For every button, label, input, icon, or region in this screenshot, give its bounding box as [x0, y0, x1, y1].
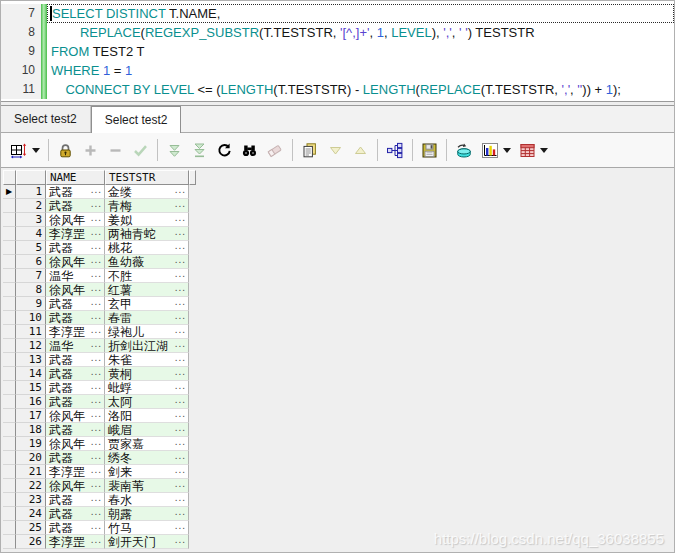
cell-test[interactable]: 绿袍儿... [105, 325, 189, 339]
cell-name[interactable]: 武器... [46, 451, 105, 465]
cell-test[interactable]: 两袖青蛇... [105, 227, 189, 241]
cell-test[interactable]: 贾家嘉... [105, 437, 189, 451]
code-text[interactable]: WHERE 1 = 1 [47, 61, 674, 80]
cell-name[interactable]: 武器... [46, 423, 105, 437]
ellipsis-button[interactable]: ... [91, 213, 102, 225]
row-number[interactable]: 2 [16, 199, 46, 213]
row-number[interactable]: 17 [16, 409, 46, 423]
table-row[interactable]: 24武器...朝露... [3, 507, 196, 521]
ellipsis-button[interactable]: ... [175, 395, 186, 407]
cell-name[interactable]: 李淳罡... [46, 227, 105, 241]
table-row[interactable]: 18武器...峨眉... [3, 423, 196, 437]
cell-name[interactable]: 徐风年... [46, 283, 105, 297]
ellipsis-button[interactable]: ... [91, 255, 102, 267]
ellipsis-button[interactable]: ... [175, 367, 186, 379]
table-row[interactable]: 7温华...不胜... [3, 269, 196, 283]
table-row[interactable]: 10武器...春雷... [3, 311, 196, 325]
row-number[interactable]: 21 [16, 465, 46, 479]
ellipsis-button[interactable]: ... [175, 199, 186, 211]
cell-name[interactable]: 温华... [46, 339, 105, 353]
cell-name[interactable]: 徐风年... [46, 213, 105, 227]
ellipsis-button[interactable]: ... [91, 451, 102, 463]
cell-name[interactable]: 武器... [46, 367, 105, 381]
tree-view-button[interactable] [382, 136, 408, 164]
ellipsis-button[interactable]: ... [91, 409, 102, 421]
cell-test[interactable]: 绣冬... [105, 451, 189, 465]
ellipsis-button[interactable]: ... [175, 283, 186, 295]
dropdown-caret-icon[interactable] [503, 148, 511, 153]
code-text[interactable]: FROM TEST2 T [47, 42, 674, 61]
ellipsis-button[interactable]: ... [175, 185, 186, 197]
ellipsis-button[interactable]: ... [175, 269, 186, 281]
find-button[interactable] [237, 136, 262, 164]
row-number[interactable]: 13 [16, 353, 46, 367]
ellipsis-button[interactable]: ... [91, 227, 102, 239]
cell-test[interactable]: 峨眉... [105, 423, 189, 437]
cell-name[interactable]: 武器... [46, 521, 105, 535]
cell-name[interactable]: 武器... [46, 297, 105, 311]
cell-name[interactable]: 武器... [46, 493, 105, 507]
table-row[interactable]: 16武器...太阿... [3, 395, 196, 409]
ellipsis-button[interactable]: ... [175, 353, 186, 365]
table-row[interactable]: 12温华...折剑出江湖... [3, 339, 196, 353]
row-number[interactable]: 18 [16, 423, 46, 437]
lock-button[interactable] [53, 136, 78, 164]
cell-test[interactable]: 不胜... [105, 269, 189, 283]
cell-test[interactable]: 青梅... [105, 199, 189, 213]
cell-test[interactable]: 竹马... [105, 521, 189, 535]
row-number[interactable]: 19 [16, 437, 46, 451]
export-data-button[interactable] [451, 136, 477, 164]
ellipsis-button[interactable]: ... [91, 269, 102, 281]
cell-test[interactable]: 姜姒... [105, 213, 189, 227]
ellipsis-button[interactable]: ... [175, 465, 186, 477]
table-row[interactable]: 26李淳罡...剑开天门... [3, 535, 196, 549]
ellipsis-button[interactable]: ... [91, 381, 102, 393]
cell-test[interactable]: 黄桐... [105, 367, 189, 381]
ellipsis-button[interactable]: ... [91, 199, 102, 211]
ellipsis-button[interactable]: ... [91, 535, 102, 547]
cell-test[interactable]: 玄甲... [105, 297, 189, 311]
cell-name[interactable]: 徐风年... [46, 479, 105, 493]
cell-test[interactable]: 金缕... [105, 185, 189, 199]
cell-name[interactable]: 武器... [46, 381, 105, 395]
row-number[interactable]: 14 [16, 367, 46, 381]
ellipsis-button[interactable]: ... [91, 395, 102, 407]
ellipsis-button[interactable]: ... [91, 241, 102, 253]
column-header-name[interactable]: NAME [46, 170, 105, 185]
row-number[interactable]: 1 [16, 185, 46, 199]
cell-test[interactable]: 鱼幼薇... [105, 255, 189, 269]
ellipsis-button[interactable]: ... [91, 507, 102, 519]
cell-name[interactable]: 武器... [46, 353, 105, 367]
ellipsis-button[interactable]: ... [91, 185, 102, 197]
table-row[interactable]: 3徐风年...姜姒... [3, 213, 196, 227]
row-number[interactable]: 10 [16, 311, 46, 325]
ellipsis-button[interactable]: ... [91, 465, 102, 477]
cell-test[interactable]: 折剑出江湖... [105, 339, 189, 353]
ellipsis-button[interactable]: ... [91, 283, 102, 295]
row-number[interactable]: 20 [16, 451, 46, 465]
table-row[interactable]: 2武器...青梅... [3, 199, 196, 213]
row-number[interactable]: 16 [16, 395, 46, 409]
row-number[interactable]: 11 [16, 325, 46, 339]
ellipsis-button[interactable]: ... [91, 521, 102, 533]
row-number[interactable]: 26 [16, 535, 46, 549]
cell-test[interactable]: 剑开天门... [105, 535, 189, 549]
cell-name[interactable]: 温华... [46, 269, 105, 283]
column-header-teststr[interactable]: TESTSTR [105, 170, 189, 185]
ellipsis-button[interactable]: ... [91, 353, 102, 365]
ellipsis-button[interactable]: ... [175, 339, 186, 351]
table-row[interactable]: 25武器...竹马... [3, 521, 196, 535]
ellipsis-button[interactable]: ... [91, 423, 102, 435]
table-row[interactable]: 6徐风年...鱼幼薇... [3, 255, 196, 269]
row-number[interactable]: 8 [16, 283, 46, 297]
tab-select-test2-1[interactable]: Select test2 [1, 106, 91, 132]
table-row[interactable]: 13武器...朱雀... [3, 353, 196, 367]
ellipsis-button[interactable]: ... [175, 437, 186, 449]
cell-name[interactable]: 武器... [46, 311, 105, 325]
cell-test[interactable]: 裴南苇... [105, 479, 189, 493]
ellipsis-button[interactable]: ... [175, 493, 186, 505]
table-row[interactable]: 4李淳罡...两袖青蛇... [3, 227, 196, 241]
table-row[interactable]: 21李淳罡...剑来... [3, 465, 196, 479]
row-number[interactable]: 23 [16, 493, 46, 507]
save-button[interactable] [417, 136, 442, 164]
